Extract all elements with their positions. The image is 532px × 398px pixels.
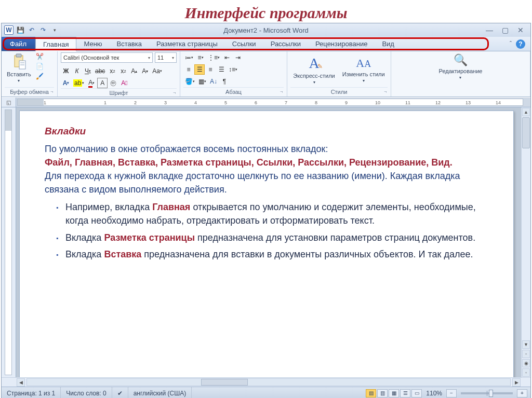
view-web-icon[interactable]: ▦	[389, 389, 399, 397]
status-language[interactable]: английский (США)	[128, 387, 192, 398]
change-case-button[interactable]: Aa▾	[151, 66, 164, 76]
grow-font-button[interactable]: A▴	[129, 66, 139, 76]
minimize-ribbon-icon[interactable]: ˆ	[510, 40, 512, 48]
font-size-combo[interactable]: 11▾	[155, 52, 177, 63]
justify-button[interactable]: ☰	[216, 64, 227, 75]
char-border-button[interactable]: A	[97, 78, 108, 88]
close-button[interactable]: ✕	[515, 25, 526, 35]
font-color-button[interactable]: A▾	[86, 78, 97, 88]
qat-more-icon[interactable]: ▾	[49, 25, 60, 35]
highlight-button[interactable]: ab▾	[72, 78, 86, 88]
align-left-button[interactable]: ≡	[183, 64, 194, 75]
zoom-in-button[interactable]: +	[517, 389, 527, 397]
cut-icon[interactable]: ✂️	[35, 52, 45, 61]
hscroll-thumb[interactable]	[201, 379, 248, 386]
line-spacing-button[interactable]: ↕≡▾	[227, 64, 239, 75]
list-item: Вкладка Разметка страницы предназначена …	[56, 231, 493, 244]
ribbon-tabs: Файл Главная Меню Вставка Разметка стран…	[2, 37, 530, 51]
tab-menu[interactable]: Меню	[76, 37, 109, 51]
scroll-thumb[interactable]	[522, 117, 530, 148]
minimize-button[interactable]: —	[484, 25, 495, 35]
ruler-corner[interactable]: ◱	[2, 98, 16, 107]
group-label-paragraph: Абзац	[183, 87, 284, 97]
tab-review[interactable]: Рецензирование	[308, 37, 375, 51]
redo-icon[interactable]: ↷	[38, 25, 48, 35]
tab-mailings[interactable]: Рассылки	[263, 37, 308, 51]
horizontal-ruler[interactable]: ◱ 1123456789101112131415	[2, 97, 530, 107]
change-styles-button[interactable]: AA Изменить стили▾	[340, 56, 387, 84]
editing-button[interactable]: 🔍 Редактирование▾	[437, 52, 485, 81]
undo-icon[interactable]: ↶	[26, 25, 37, 35]
strikethrough-button[interactable]: abc	[94, 66, 107, 76]
doc-heading: Вкладки	[45, 126, 493, 137]
borders-button[interactable]: ▦▾	[197, 76, 208, 87]
align-center-button[interactable]: ☰	[194, 64, 205, 75]
save-icon[interactable]: 💾	[15, 25, 25, 35]
text-effects-button[interactable]: A▾	[61, 78, 71, 88]
ribbon: Вставить ▾ ✂️ 📄 🖌️ Буфер обмена Calibri …	[2, 51, 530, 97]
clear-format-button[interactable]: Aͦ	[119, 78, 129, 88]
show-marks-button[interactable]: ¶	[219, 76, 230, 87]
maximize-button[interactable]: ▢	[499, 25, 511, 35]
paste-button[interactable]: Вставить ▾	[5, 52, 33, 84]
zoom-slider[interactable]	[461, 392, 513, 394]
superscript-button[interactable]: x2	[118, 66, 128, 76]
subscript-button[interactable]: x2	[107, 66, 117, 76]
underline-button[interactable]: Ч▾	[83, 66, 93, 76]
group-font: Calibri (Основной тек▾ 11▾ Ж К Ч▾ abc x2…	[58, 51, 180, 97]
horizontal-scrollbar[interactable]: ◀ ▶	[2, 377, 530, 387]
bullets-button[interactable]: ≔▾	[183, 52, 195, 63]
scroll-left-icon[interactable]: ◀	[17, 378, 25, 387]
shading-button[interactable]: 🪣▾	[183, 76, 196, 87]
next-page-icon[interactable]: ◦	[522, 368, 530, 377]
title-bar: W 💾 ↶ ↷ ▾ Документ2 - Microsoft Word — ▢…	[2, 23, 530, 37]
status-page[interactable]: Страница: 1 из 1	[2, 387, 61, 398]
svg-rect-1	[16, 54, 21, 57]
word-app-icon[interactable]: W	[4, 25, 14, 35]
vertical-scrollbar[interactable]: ▲ ▼ ◦ ◉ ◦	[521, 107, 530, 377]
tab-references[interactable]: Ссылки	[225, 37, 263, 51]
scroll-up-icon[interactable]: ▲	[522, 108, 530, 116]
group-clipboard: Вставить ▾ ✂️ 📄 🖌️ Буфер обмена	[2, 51, 58, 97]
browse-object-icon[interactable]: ◉	[522, 359, 530, 367]
help-icon[interactable]: ?	[516, 39, 525, 49]
format-painter-icon[interactable]: 🖌️	[35, 72, 45, 80]
zoom-level[interactable]: 110%	[426, 390, 442, 397]
doc-bullet-list: Например, вкладка Главная открывается по…	[45, 200, 493, 260]
list-item: Например, вкладка Главная открывается по…	[56, 200, 493, 227]
view-draft-icon[interactable]: ▭	[411, 389, 422, 397]
group-paragraph: ≔▾ ≡▾ ⋮≡▾ ⇤ ⇥ ≡ ☰ ≡ ☰ ↕≡▾ 🪣▾ ▦▾ A↓	[180, 51, 287, 97]
document-page[interactable]: Вкладки По умолчанию в окне отображается…	[19, 111, 514, 377]
vertical-ruler[interactable]	[2, 107, 16, 377]
numbering-button[interactable]: ≡▾	[195, 52, 206, 63]
status-words[interactable]: Число слов: 0	[61, 387, 112, 398]
zoom-out-button[interactable]: −	[446, 389, 457, 397]
font-name-combo[interactable]: Calibri (Основной тек▾	[61, 52, 153, 63]
group-label-styles: Стили	[290, 87, 388, 97]
increase-indent-button[interactable]: ⇥	[233, 52, 243, 63]
shrink-font-button[interactable]: A▾	[140, 66, 150, 76]
prev-page-icon[interactable]: ◦	[522, 350, 530, 358]
tab-insert[interactable]: Вставка	[110, 37, 149, 51]
tab-view[interactable]: Вид	[375, 37, 402, 51]
scroll-right-icon[interactable]: ▶	[512, 378, 521, 387]
enclose-chars-button[interactable]: ㊥	[108, 78, 118, 88]
view-outline-icon[interactable]: ☰	[400, 389, 410, 397]
tab-file[interactable]: Файл	[2, 37, 35, 51]
align-right-button[interactable]: ≡	[205, 64, 216, 75]
tab-page-layout[interactable]: Разметка страницы	[149, 37, 225, 51]
group-label-font: Шрифт	[61, 88, 177, 98]
decrease-indent-button[interactable]: ⇤	[222, 52, 232, 63]
italic-button[interactable]: К	[72, 66, 82, 76]
tab-home[interactable]: Главная	[35, 37, 76, 51]
bold-button[interactable]: Ж	[61, 66, 71, 76]
multilevel-button[interactable]: ⋮≡▾	[206, 52, 221, 63]
view-print-layout-icon[interactable]: ▤	[366, 389, 376, 397]
view-full-read-icon[interactable]: ▥	[377, 389, 388, 397]
quick-styles-button[interactable]: A✎ Экспресс-стили▾	[291, 54, 337, 86]
sort-button[interactable]: A↓	[208, 76, 219, 87]
copy-icon[interactable]: 📄	[35, 62, 45, 71]
slide-title: Интерфейс программы	[0, 0, 532, 23]
status-proofing-icon[interactable]: ✔	[112, 387, 128, 398]
scroll-down-icon[interactable]: ▼	[522, 340, 530, 349]
